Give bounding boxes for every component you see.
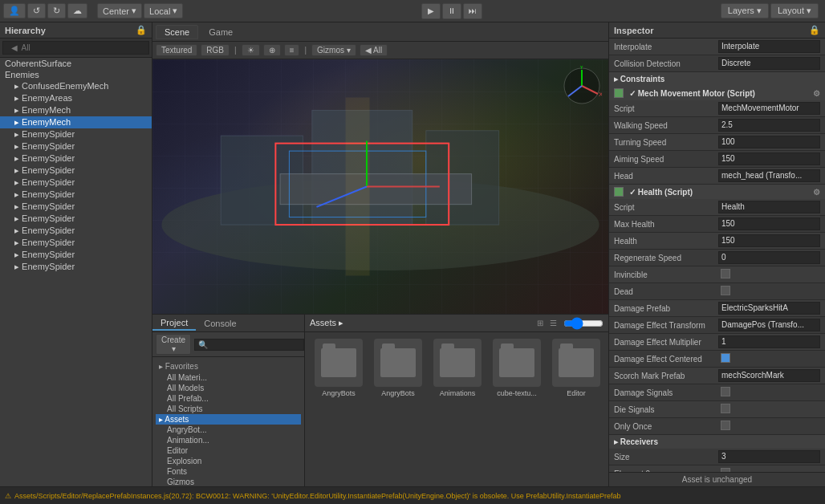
project-tree-item[interactable]: All Models — [156, 383, 301, 393]
checkbox-unchecked[interactable] — [721, 404, 730, 413]
layers-btn[interactable]: Layers ▾ — [721, 3, 769, 18]
gear-icon[interactable]: ⚙ — [813, 188, 820, 197]
asset-item[interactable]: Editor — [549, 339, 604, 398]
undo-btn[interactable]: ↺ — [27, 3, 46, 18]
project-tree-item[interactable]: All Scripts — [156, 404, 301, 414]
component-enable-toggle[interactable] — [614, 88, 624, 98]
assets-size-slider[interactable] — [563, 317, 604, 330]
inspector-row-value[interactable]: ElectricSparksHitA — [718, 302, 820, 315]
receivers-section-header[interactable]: ▸ Receivers — [609, 435, 825, 449]
inspector-section-header[interactable]: ✓ Health (Script)⚙ — [609, 185, 825, 199]
step-btn[interactable]: ⏭ — [463, 3, 482, 19]
tab-console[interactable]: Console — [196, 317, 244, 330]
hierarchy-item[interactable]: ▸ EnemySpider — [0, 225, 152, 237]
cloud-btn[interactable]: ☁ — [67, 3, 87, 18]
hierarchy-item[interactable]: ▸ EnemySpider — [0, 140, 152, 152]
project-tree-item[interactable]: Fonts — [156, 466, 301, 477]
inspector-row-value[interactable]: mechScorchMark — [718, 369, 820, 382]
inspector-row-value[interactable]: Discrete — [718, 57, 820, 70]
rgb-btn[interactable]: RGB — [201, 44, 230, 56]
project-tree-item[interactable]: Editor — [156, 445, 301, 456]
project-search-input[interactable] — [194, 339, 304, 351]
inspector-row-value[interactable] — [718, 420, 820, 433]
inspector-row-value[interactable]: 3 — [718, 450, 820, 463]
hierarchy-item[interactable]: ▸ EnemySpider — [0, 261, 152, 273]
inspector-row-value[interactable]: mech_head (Transfo... — [718, 169, 820, 182]
project-tree-item[interactable]: ▸ Assets — [156, 414, 301, 425]
redo-btn[interactable]: ↻ — [47, 3, 66, 18]
inspector-row-value[interactable]: 2.5 — [718, 119, 820, 132]
hierarchy-item[interactable]: ▸ EnemySpider — [0, 189, 152, 201]
pause-btn[interactable]: ⏸ — [442, 3, 461, 19]
tab-game[interactable]: Game — [200, 25, 242, 39]
checkbox-unchecked[interactable] — [721, 269, 730, 278]
hierarchy-item[interactable]: ▸ EnemySpider — [0, 152, 152, 165]
textured-btn[interactable]: Textured — [156, 44, 197, 56]
project-tree-item[interactable]: Animation... — [156, 435, 301, 445]
hierarchy-search-input[interactable] — [2, 41, 149, 55]
hierarchy-item[interactable]: ▸ EnemySpider — [0, 128, 152, 140]
hierarchy-item[interactable]: Enemies — [0, 69, 152, 80]
light-btn[interactable]: ☀ — [242, 44, 260, 56]
inspector-section-header[interactable]: ✓ Mech Movement Motor (Script)⚙ — [609, 86, 825, 100]
inspector-row-value[interactable]: 100 — [718, 136, 820, 148]
inspector-row-value[interactable] — [718, 285, 820, 298]
hierarchy-item[interactable]: ▸ EnemyMech — [0, 104, 152, 116]
project-tree-item[interactable]: All Materi... — [156, 372, 301, 383]
inspector-row-value[interactable]: 150 — [718, 152, 820, 165]
section-header-label: ✓ Mech Movement Motor (Script) — [629, 89, 755, 98]
assets-panel: Assets ▸ ⊞ ☰ AngryBotsAngryBotsAnimation… — [305, 315, 608, 486]
create-btn[interactable]: Create ▾ — [156, 334, 191, 355]
account-btn[interactable]: 👤 — [3, 3, 26, 18]
pivot-btn[interactable]: Center ▾ — [97, 3, 142, 18]
tab-scene[interactable]: Scene — [156, 25, 198, 39]
checkbox-checked[interactable] — [721, 353, 730, 363]
checkbox-unchecked[interactable] — [721, 421, 730, 430]
hierarchy-item[interactable]: ▸ EnemySpider — [0, 249, 152, 261]
inspector-row-value[interactable]: Health — [718, 201, 820, 213]
inspector-row-value[interactable]: 150 — [718, 217, 820, 230]
inspector-row-value[interactable] — [718, 352, 820, 365]
asset-item[interactable]: cube-textu... — [490, 339, 544, 398]
asset-item[interactable]: Animations — [430, 339, 485, 398]
scene-menu-btn[interactable]: ≡ — [284, 44, 300, 56]
inspector-row-value[interactable] — [718, 403, 820, 416]
hierarchy-item[interactable]: CoherentSurface — [0, 58, 152, 69]
inspector-row-value[interactable]: 0 — [718, 251, 820, 264]
scene-search-btn[interactable]: ◀ All — [360, 44, 388, 56]
inspector-row-value[interactable]: 150 — [718, 234, 820, 247]
hierarchy-item[interactable]: ▸ EnemySpider — [0, 165, 152, 177]
hierarchy-item[interactable]: ▸ EnemySpider — [0, 177, 152, 189]
constraints-section-header[interactable]: ▸ Constraints — [609, 72, 825, 86]
project-tree-item[interactable]: Gizmos — [156, 477, 301, 486]
project-tree: ▸ Favorites All Materi... All Models All… — [152, 357, 304, 486]
asset-item[interactable]: AngryBots — [371, 339, 425, 398]
hierarchy-item[interactable]: ▸ EnemySpider — [0, 213, 152, 225]
gear-icon[interactable]: ⚙ — [813, 89, 820, 98]
hierarchy-item[interactable]: ▸ EnemyAreas — [0, 92, 152, 104]
hierarchy-item[interactable]: ▸ EnemySpider — [0, 201, 152, 213]
hierarchy-item[interactable]: ▸ ConfusedEnemyMech — [0, 80, 152, 92]
play-btn[interactable]: ▶ — [421, 3, 441, 19]
inspector-row-value[interactable] — [718, 268, 820, 281]
gizmos-btn[interactable]: Gizmos ▾ — [311, 44, 356, 56]
inspector-row-value[interactable]: DamagePos (Transfo... — [718, 319, 820, 331]
inspector-row-value[interactable]: 1 — [718, 335, 820, 348]
project-tree-item[interactable]: AngryBot... — [156, 425, 301, 435]
hierarchy-item[interactable]: ▸ EnemySpider — [0, 237, 152, 249]
inspector-row-value[interactable]: Interpolate — [718, 40, 820, 53]
project-tree-item[interactable]: All Prefab... — [156, 393, 301, 404]
hierarchy-item[interactable]: ▸ EnemyMech — [0, 116, 152, 128]
space-btn[interactable]: Local ▾ — [144, 3, 183, 18]
scene-view[interactable]: Y X — [152, 59, 608, 314]
inspector-row-value[interactable]: MechMovementMotor — [718, 102, 820, 115]
tab-project[interactable]: Project — [152, 316, 196, 331]
asset-item[interactable]: AngryBots — [311, 339, 366, 398]
component-enable-toggle[interactable] — [614, 187, 624, 197]
fx-btn[interactable]: ⊕ — [263, 44, 281, 56]
project-tree-item[interactable]: Explosion — [156, 456, 301, 466]
checkbox-unchecked[interactable] — [721, 387, 730, 396]
checkbox-unchecked[interactable] — [721, 286, 730, 295]
inspector-row-value[interactable] — [718, 386, 820, 399]
layout-btn[interactable]: Layout ▾ — [770, 3, 819, 18]
